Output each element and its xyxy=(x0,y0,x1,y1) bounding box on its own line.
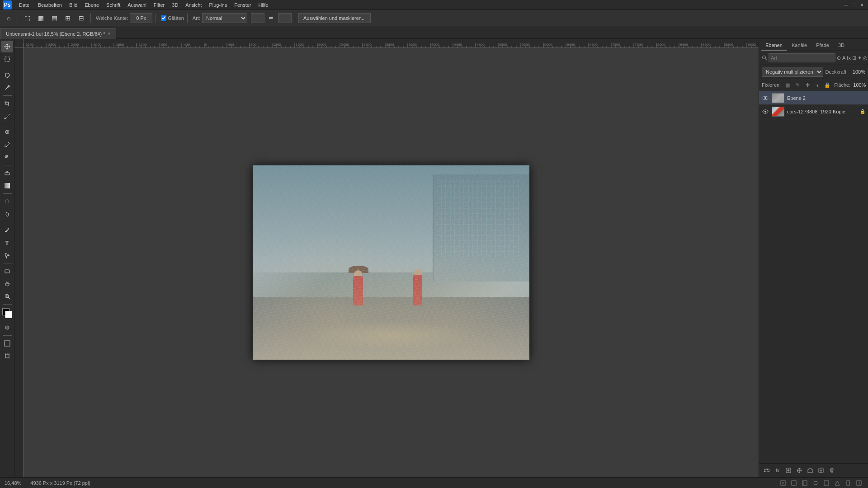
svg-line-17 xyxy=(8,297,10,299)
menu-fenster[interactable]: Fenster xyxy=(231,1,255,9)
brush-preset-btn[interactable]: ▦ xyxy=(35,12,47,24)
gradient-tool[interactable] xyxy=(1,180,13,192)
brush-preset2-btn[interactable]: ▤ xyxy=(48,12,60,24)
svg-point-14 xyxy=(5,200,9,203)
menu-plugins[interactable]: Plug-ins xyxy=(205,1,231,9)
delete-layer-btn[interactable] xyxy=(827,465,837,475)
ruler-vertical xyxy=(14,48,24,477)
marquee-tool[interactable] xyxy=(1,53,13,65)
blend-mode-select[interactable]: Negativ multiplizieren xyxy=(762,67,823,77)
panel-tab-kanaele[interactable]: Kanäle xyxy=(787,41,811,51)
status-btn-5[interactable] xyxy=(822,479,831,487)
background-color[interactable] xyxy=(5,311,12,318)
close-button[interactable]: ✕ xyxy=(859,2,865,8)
status-btn-8[interactable] xyxy=(854,479,863,487)
canvas-viewport[interactable] xyxy=(24,48,759,477)
panel-tab-ebenen[interactable]: Ebenen xyxy=(761,41,787,51)
menu-auswahl[interactable]: Auswahl xyxy=(124,1,150,9)
eraser-tool[interactable] xyxy=(1,167,13,179)
quick-mask-btn[interactable] xyxy=(1,322,13,333)
ruler-h-canvas xyxy=(24,39,759,47)
lock-position-btn[interactable]: ✚ xyxy=(803,81,811,89)
color-swatch[interactable] xyxy=(1,307,13,319)
weiche-kante-input[interactable] xyxy=(130,13,152,23)
svg-point-29 xyxy=(764,97,766,99)
minimize-button[interactable]: — xyxy=(843,2,849,8)
layer-item-cars[interactable]: cars-1273808_1920 Kopie 🔒 xyxy=(759,105,868,118)
panel-filter-color-btn[interactable]: ◎ xyxy=(863,53,868,63)
dodge-tool[interactable] xyxy=(1,208,13,220)
menu-filter[interactable]: Filter xyxy=(150,1,168,9)
status-btn-7[interactable] xyxy=(844,479,853,487)
menu-hilfe[interactable]: Hilfe xyxy=(255,1,272,9)
status-btn-2[interactable] xyxy=(789,479,798,487)
add-style-btn[interactable]: fx xyxy=(773,465,783,475)
panel-tab-pfade[interactable]: Pfade xyxy=(811,41,834,51)
panel-filter-mode-btn[interactable]: ⊞ xyxy=(852,53,856,63)
lasso-tool[interactable] xyxy=(1,69,13,81)
menu-ebene[interactable]: Ebene xyxy=(81,1,103,9)
art-label: Art: xyxy=(193,15,200,21)
hand-tool[interactable] xyxy=(1,278,13,290)
extra-settings-btn[interactable]: ⊞ xyxy=(62,12,74,24)
lock-btn[interactable]: ⊟ xyxy=(75,12,87,24)
status-btn-6[interactable] xyxy=(833,479,842,487)
clone-tool[interactable] xyxy=(1,151,13,163)
add-group-btn[interactable] xyxy=(805,465,815,475)
glatten-checkbox[interactable] xyxy=(161,15,166,21)
menu-ansicht[interactable]: Ansicht xyxy=(182,1,205,9)
add-layer-btn[interactable] xyxy=(816,465,826,475)
select-mask-button[interactable]: Auswählen und maskieren... xyxy=(298,13,371,23)
panel-tab-3d[interactable]: 3D xyxy=(834,41,849,51)
panel-filter-attr-btn[interactable]: ✦ xyxy=(858,53,862,63)
shape-tool[interactable] xyxy=(1,265,13,277)
heal-tool[interactable] xyxy=(1,126,13,138)
blur-tool[interactable] xyxy=(1,196,13,207)
pen-tool[interactable] xyxy=(1,224,13,236)
path-select-tool[interactable] xyxy=(1,249,13,261)
value-input-2[interactable] xyxy=(278,13,292,23)
panel-filter-kind-btn[interactable]: ⊕ xyxy=(837,53,841,63)
crop-tool[interactable] xyxy=(1,98,13,109)
zoom-tool[interactable] xyxy=(1,291,13,302)
menu-3d[interactable]: 3D xyxy=(168,1,182,9)
document-tab[interactable]: Unbenannt-1 bei 16,5% (Ebene 2, RGB/8#) … xyxy=(0,28,116,39)
status-info-btn[interactable] xyxy=(778,479,788,487)
add-mask-btn[interactable] xyxy=(783,465,793,475)
document-close-btn[interactable]: × xyxy=(108,31,111,36)
eyedropper-tool[interactable] xyxy=(1,110,13,122)
svg-rect-46 xyxy=(824,481,829,485)
add-adjustment-btn[interactable] xyxy=(794,465,804,475)
status-btn-3[interactable] xyxy=(800,479,809,487)
link-layers-btn[interactable] xyxy=(762,465,772,475)
magic-wand-tool[interactable] xyxy=(1,82,13,94)
lock-artboard-btn[interactable]: ⬧ xyxy=(813,81,821,89)
panel-filter-name-btn[interactable]: A xyxy=(842,53,845,63)
layer-item-ebene2[interactable]: Ebene 2 xyxy=(759,91,868,105)
layer-visibility-cars[interactable] xyxy=(762,108,769,115)
value-input-1[interactable] xyxy=(251,13,264,23)
menu-datei[interactable]: Datei xyxy=(15,1,34,9)
tool-preset-btn[interactable]: ⬚ xyxy=(21,12,33,24)
menu-schrift[interactable]: Schrift xyxy=(103,1,124,9)
lock-transparent-btn[interactable]: ▩ xyxy=(783,81,792,89)
panel-search-btn[interactable] xyxy=(762,53,767,63)
text-tool[interactable]: T xyxy=(1,237,13,249)
status-btn-4[interactable] xyxy=(811,479,820,487)
move-tool[interactable] xyxy=(1,41,13,52)
swap-btn[interactable]: ⇌ xyxy=(265,12,277,24)
brush-tool[interactable] xyxy=(1,139,13,150)
canvas-area[interactable] xyxy=(14,39,759,477)
panel-search-input[interactable] xyxy=(769,53,835,62)
art-select[interactable]: Normal xyxy=(202,13,247,23)
artboard-btn[interactable] xyxy=(1,350,13,362)
maximize-button[interactable]: □ xyxy=(851,2,857,8)
menu-bild[interactable]: Bild xyxy=(66,1,81,9)
panel-filter-effect-btn[interactable]: fx xyxy=(847,53,851,63)
menu-bearbeiten[interactable]: Bearbeiten xyxy=(34,1,66,9)
home-button[interactable]: ⌂ xyxy=(3,12,14,24)
layer-visibility-ebene2[interactable] xyxy=(762,94,769,102)
lock-pixels-btn[interactable]: ✎ xyxy=(793,81,802,89)
lock-all-btn[interactable]: 🔒 xyxy=(823,81,831,89)
screen-mode-btn[interactable] xyxy=(1,338,13,349)
